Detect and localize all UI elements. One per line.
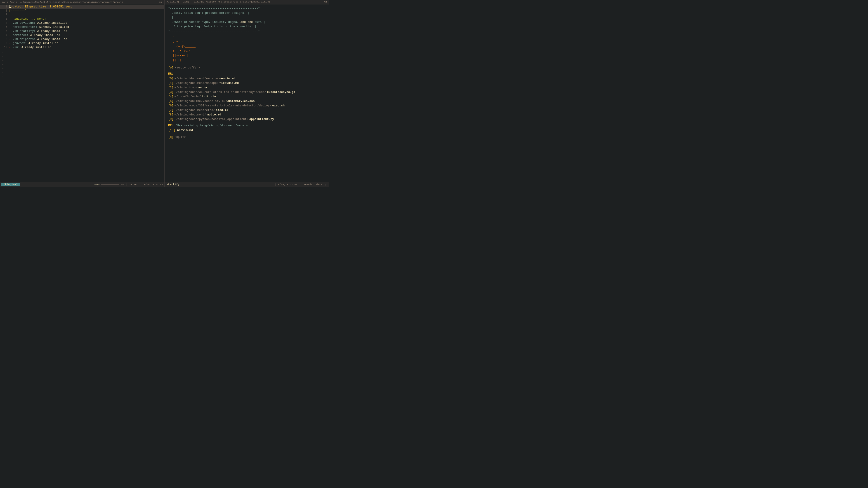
progress-bar-left (101, 184, 119, 185)
left-title-text: nvim (nvim) — Simings-MacBook-Pro.local:… (2, 1, 123, 4)
quit-key[interactable]: [q] (168, 135, 174, 139)
mru-dir-path: /Users/simingzhang/siming/document/neovi… (175, 124, 248, 127)
empty-buffer-label: <empty buffer> (175, 66, 200, 69)
mru-item-4[interactable]: [4] ~/.config/nvim/init.vim (168, 94, 326, 99)
line-7: 7 - nerdtree: Already installed (0, 33, 164, 37)
mru-dir-list: [10] neovim.md (168, 128, 326, 133)
mru-item-1[interactable]: [1] ~/siming/document/macapp/fixeudic.md (168, 81, 326, 86)
left-status-bar: [Plugins] 100% 5K | 23 GB | 8/09, 8:57 A… (0, 182, 164, 187)
ascii-art: o o ^__^ o (oo)\______ (__)\ )\/\ ||----… (168, 35, 326, 62)
mru-list: [0] ~/siming/document/neovim/neovim.md [… (168, 76, 326, 122)
line-1: 1 Updated. Elapsed time: 0.050652 sec. (0, 5, 164, 9)
mru-item-8[interactable]: [8] ~/siming/document/motto.md (168, 112, 326, 117)
line-1b: 1 [========] (0, 9, 164, 13)
mru-item-3[interactable]: [3] ~/siming/code/360/sre-stark-tools/ku… (168, 90, 326, 94)
right-content: *---------------------------------------… (164, 4, 329, 182)
line-8: 8 - vim-snippets: Already installed (0, 37, 164, 41)
quit-section: [q] <quit> (168, 135, 326, 139)
right-shortcut: ⌘2 (324, 0, 327, 4)
theme-label: Gruvbox dark (304, 183, 322, 186)
line-2: 2 (0, 13, 164, 17)
line-5: 5 - nerdcommenter: Already installed (0, 25, 164, 29)
mru-dir-section: MRU /Users/simingzhang/siming/document/n… (168, 124, 326, 127)
mru-item-9[interactable]: [9] ~/siming/code/python/hospital_appoin… (168, 117, 326, 122)
right-title-text: ~/siming (-zsh) — Simings-MacBook-Pro.lo… (167, 0, 324, 4)
empty-buffer-section: [e] <empty buffer> (168, 66, 326, 69)
line-9: 9 - gruvbox: Already installed (0, 41, 164, 46)
line-4: 4 - vim-devicons: Already installed (0, 21, 164, 25)
mru-item-7[interactable]: [7] ~/siming/document/etcd/etcd.md (168, 108, 326, 112)
mru-item-0[interactable]: [0] ~/siming/document/neovim/neovim.md (168, 76, 326, 81)
quit-label: <quit> (175, 135, 186, 139)
mru-item-5[interactable]: [5] ~/siming/online/vscode-style/CustomS… (168, 99, 326, 103)
left-mode-badge: [Plugins] (1, 183, 20, 186)
right-title-bar: ~/siming (-zsh) — Simings-MacBook-Pro.lo… (164, 0, 329, 4)
mru-item-2[interactable]: [2] ~/siming/tmp/aa.py (168, 86, 326, 90)
mru-item-6[interactable]: [6] ~/siming/code/360/sre-stark-tools/ku… (168, 103, 326, 108)
right-status-mode: startify (166, 183, 275, 186)
left-title-bar: nvim (nvim) — Simings-MacBook-Pro.local:… (0, 0, 164, 4)
right-status-bar: startify | 8/09, 8:57 AM | Gruvbox dark … (164, 182, 329, 187)
line-10: 10 - vim: Already installed (0, 46, 164, 50)
left-pane: nvim (nvim) — Simings-MacBook-Pro.local:… (0, 0, 164, 187)
startify-box: *---------------------------------------… (168, 6, 326, 33)
line-6: 6 - vim-startify: Already installed (0, 29, 164, 33)
line-3: 3 - Finishing ... Done! (0, 17, 164, 21)
mru-dir-item-10[interactable]: [10] neovim.md (168, 128, 326, 133)
mru-header: MRU (168, 72, 326, 75)
mru-dir-header: MRU (168, 124, 175, 127)
left-content: 1 Updated. Elapsed time: 0.050652 sec. 1… (0, 4, 164, 182)
right-pane: ~/siming (-zsh) — Simings-MacBook-Pro.lo… (164, 0, 329, 187)
left-shortcut: ⌘1 (159, 1, 162, 4)
empty-buffer-key[interactable]: [e] (168, 66, 174, 69)
tilde-lines: ~~~~~~~~~~~ (2, 51, 164, 95)
